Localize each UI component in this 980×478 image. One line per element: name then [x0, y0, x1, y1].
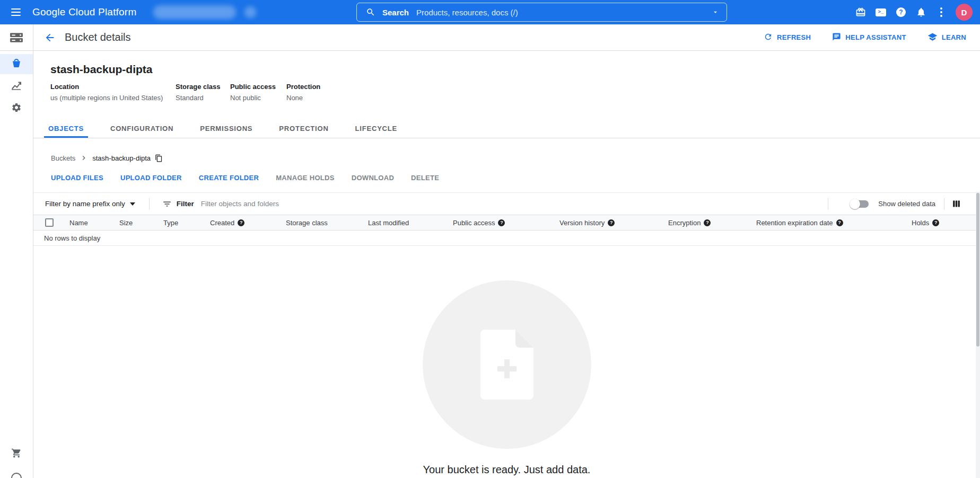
- meta-label: Public access: [230, 83, 286, 91]
- notifications-icon[interactable]: [911, 2, 931, 23]
- app-bar-actions: REFRESH HELP ASSISTANT LEARN: [764, 32, 966, 43]
- top-nav-icons: D: [851, 2, 973, 23]
- bucket-name-heading: stash-backup-dipta: [50, 63, 980, 76]
- help-icon[interactable]: [238, 219, 244, 226]
- bucket-meta: Location us (multiple regions in United …: [50, 83, 980, 102]
- sidebar-item-monitoring[interactable]: [0, 76, 33, 96]
- refresh-label: REFRESH: [777, 33, 811, 41]
- column-type: Type: [163, 219, 210, 227]
- scrollbar-thumb[interactable]: [976, 193, 979, 347]
- breadcrumb: Buckets stash-backup-dipta: [51, 153, 980, 163]
- meta-value: None: [286, 94, 320, 102]
- meta-value: Standard: [176, 94, 230, 102]
- help-icon[interactable]: [608, 219, 615, 226]
- chat-icon: [832, 32, 841, 43]
- manage-holds-button[interactable]: MANAGE HOLDS: [276, 174, 335, 182]
- column-options-icon[interactable]: [952, 199, 961, 208]
- show-deleted-label: Show deleted data: [878, 200, 935, 208]
- meta-protection: Protection None: [286, 83, 320, 102]
- add-document-icon: [480, 330, 533, 400]
- shopping-cart-icon: [11, 448, 22, 461]
- sidebar-bottom: [0, 442, 32, 478]
- help-assistant-button[interactable]: HELP ASSISTANT: [832, 32, 906, 43]
- filter-list-icon: [162, 199, 172, 209]
- search-placeholder: Products, resources, docs (/): [416, 8, 518, 17]
- avatar[interactable]: D: [956, 4, 973, 21]
- sidebar-item-partial-icon[interactable]: [11, 473, 22, 478]
- menu-icon[interactable]: [4, 0, 28, 24]
- help-icon[interactable]: [498, 219, 505, 226]
- search-label: Search: [382, 8, 409, 17]
- meta-value: Not public: [230, 94, 286, 102]
- filter-scope-label: Filter by name prefix only: [45, 200, 125, 208]
- meta-public-access: Public access Not public: [230, 83, 286, 102]
- app-bar: Bucket details REFRESH HELP ASSISTANT LE…: [33, 24, 980, 51]
- sidebar-item-marketplace[interactable]: [0, 444, 32, 464]
- refresh-button[interactable]: REFRESH: [764, 32, 811, 43]
- left-sidebar: [0, 24, 33, 478]
- upload-files-button[interactable]: UPLOAD FILES: [51, 174, 103, 182]
- page-title: Bucket details: [65, 31, 131, 43]
- upload-folder-button[interactable]: UPLOAD FOLDER: [120, 174, 182, 182]
- divider: [944, 198, 944, 210]
- chevron-right-icon: [80, 154, 88, 162]
- more-icon[interactable]: [931, 2, 951, 23]
- product-logo: Google Cloud Platform: [32, 6, 136, 18]
- column-last-modified: Last modified: [368, 219, 453, 227]
- filter-objects-input[interactable]: [201, 200, 360, 208]
- breadcrumb-current: stash-backup-dipta: [92, 154, 151, 162]
- create-folder-button[interactable]: CREATE FOLDER: [199, 174, 259, 182]
- meta-label: Location: [50, 83, 176, 91]
- copy-icon[interactable]: [155, 154, 163, 162]
- sidebar-item-browser[interactable]: [0, 54, 33, 74]
- tab-lifecycle[interactable]: LIFECYCLE: [351, 120, 401, 138]
- bucket-tabs: OBJECTS CONFIGURATION PERMISSIONS PROTEC…: [33, 120, 980, 138]
- dropdown-caret-icon: [130, 202, 135, 206]
- divider: [828, 198, 828, 210]
- filter-bar: Filter by name prefix only Filter Show d…: [33, 192, 980, 215]
- column-version-history: Version history: [559, 219, 668, 227]
- chevron-down-icon[interactable]: [712, 8, 719, 16]
- learn-button[interactable]: LEARN: [928, 32, 966, 43]
- meta-value: us (multiple regions in United States): [50, 94, 176, 102]
- delete-button[interactable]: DELETE: [411, 174, 439, 182]
- meta-storage-class: Storage class Standard: [176, 83, 230, 102]
- meta-label: Storage class: [176, 83, 230, 91]
- meta-location: Location us (multiple regions in United …: [50, 83, 176, 102]
- help-icon[interactable]: [932, 219, 939, 226]
- tab-objects[interactable]: OBJECTS: [44, 120, 88, 138]
- global-search-bar[interactable]: Search Products, resources, docs (/): [356, 3, 727, 22]
- filter-scope-dropdown[interactable]: Filter by name prefix only: [45, 200, 135, 208]
- project-selector-redacted[interactable]: [153, 5, 236, 19]
- help-icon[interactable]: [891, 2, 911, 23]
- meta-label: Protection: [286, 83, 320, 91]
- filter-label: Filter: [177, 200, 194, 208]
- free-trial-gift-icon[interactable]: [851, 2, 871, 23]
- table-scrollbar[interactable]: [976, 192, 980, 478]
- column-holds: Holds: [912, 219, 980, 227]
- cloud-storage-product-icon: [0, 24, 33, 51]
- help-icon[interactable]: [704, 219, 711, 226]
- cloud-shell-icon[interactable]: [871, 2, 891, 23]
- refresh-icon: [764, 32, 773, 43]
- objects-table-header: Name Size Type Created Storage class Las…: [33, 215, 980, 231]
- show-deleted-toggle[interactable]: [851, 200, 869, 208]
- tab-protection[interactable]: PROTECTION: [275, 120, 332, 138]
- download-button[interactable]: DOWNLOAD: [352, 174, 394, 182]
- column-name: Name: [69, 219, 119, 227]
- back-arrow-icon[interactable]: [43, 31, 57, 45]
- objects-toolbar: UPLOAD FILES UPLOAD FOLDER CREATE FOLDER…: [51, 171, 980, 184]
- school-icon: [928, 32, 938, 43]
- breadcrumb-buckets-link[interactable]: Buckets: [51, 154, 75, 162]
- empty-state: Your bucket is ready. Just add data.: [33, 246, 980, 478]
- help-icon[interactable]: [836, 219, 843, 226]
- column-created: Created: [210, 219, 286, 227]
- tab-configuration[interactable]: CONFIGURATION: [106, 120, 178, 138]
- sidebar-item-settings[interactable]: [0, 99, 33, 119]
- select-all-checkbox[interactable]: [45, 218, 54, 227]
- search-icon: [366, 7, 375, 17]
- tab-permissions[interactable]: PERMISSIONS: [196, 120, 257, 138]
- main-content: stash-backup-dipta Location us (multiple…: [33, 51, 980, 478]
- learn-label: LEARN: [942, 33, 966, 41]
- help-assistant-label: HELP ASSISTANT: [845, 33, 906, 41]
